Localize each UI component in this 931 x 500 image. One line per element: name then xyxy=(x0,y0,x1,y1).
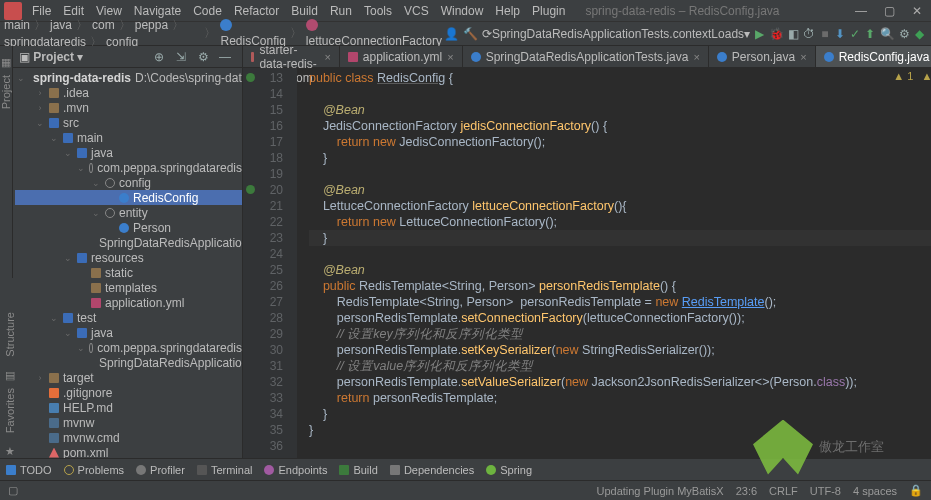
menu-edit[interactable]: Edit xyxy=(57,4,90,18)
tree-node[interactable]: pom.xml xyxy=(15,445,242,458)
tree-node[interactable]: ⌄entity xyxy=(15,205,242,220)
run-button[interactable]: ▶ xyxy=(754,25,765,43)
tree-node[interactable]: ⌄config xyxy=(15,175,242,190)
tree-node[interactable]: static xyxy=(15,265,242,280)
menu-view[interactable]: View xyxy=(90,4,128,18)
tab-close-icon[interactable]: × xyxy=(693,51,699,63)
structure-tool-icon[interactable]: ▤ xyxy=(5,369,15,382)
menu-tools[interactable]: Tools xyxy=(358,4,398,18)
menu-plugin[interactable]: Plugin xyxy=(526,4,571,18)
menu-file[interactable]: File xyxy=(26,4,57,18)
build-hammer-icon[interactable]: 🔨 xyxy=(463,25,478,43)
tool-windows-toggle-icon[interactable]: ▢ xyxy=(8,484,18,497)
favorites-tool-tab[interactable]: Favorites xyxy=(4,388,16,433)
inspection-banner[interactable]: ▲ 1 ▲ 2 ˆˇ xyxy=(893,70,931,82)
tree-node[interactable]: application.yml xyxy=(15,295,242,310)
tree-node[interactable]: Person xyxy=(15,220,242,235)
menu-run[interactable]: Run xyxy=(324,4,358,18)
tree-node[interactable]: ›.idea xyxy=(15,85,242,100)
tree-node[interactable]: ⌄java xyxy=(15,145,242,160)
tree-node[interactable]: SpringDataRedisApplication xyxy=(15,235,242,250)
tree-node[interactable]: ⌄src xyxy=(15,115,242,130)
tree-node[interactable]: ⌄main xyxy=(15,130,242,145)
toolwin-build[interactable]: Build xyxy=(339,464,377,476)
coverage-icon[interactable]: ◧ xyxy=(788,25,799,43)
menu-navigate[interactable]: Navigate xyxy=(128,4,187,18)
favorites-tool-icon[interactable]: ★ xyxy=(5,445,15,458)
git-commit-icon[interactable]: ✓ xyxy=(850,25,861,43)
menu-window[interactable]: Window xyxy=(435,4,490,18)
tree-node[interactable]: mvnw xyxy=(15,415,242,430)
tree-node[interactable]: ⌄resources xyxy=(15,250,242,265)
debug-button[interactable]: 🐞 xyxy=(769,25,784,43)
tree-node[interactable]: ⌄java xyxy=(15,325,242,340)
user-icon[interactable]: 👤 xyxy=(444,25,459,43)
ide-icon[interactable]: ◆ xyxy=(914,25,925,43)
tab-close-icon[interactable]: × xyxy=(324,51,330,63)
code-text[interactable]: public class RedisConfig { @Bean JedisCo… xyxy=(297,68,931,458)
breadcrumb-part[interactable]: com xyxy=(92,18,115,32)
settings-icon[interactable]: ⚙ xyxy=(194,48,212,66)
tree-node[interactable]: ⌄com.peppa.springdataredis xyxy=(15,160,242,175)
breadcrumb-class[interactable]: RedisConfig xyxy=(220,19,285,48)
tab-close-icon[interactable]: × xyxy=(447,51,453,63)
project-tree[interactable]: ⌄ spring-data-redis D:\Codes\spring-data… xyxy=(13,68,242,458)
tree-node[interactable]: ›target xyxy=(15,370,242,385)
toolwin-todo[interactable]: TODO xyxy=(6,464,52,476)
tree-node[interactable]: .gitignore xyxy=(15,385,242,400)
toolwin-problems[interactable]: Problems xyxy=(64,464,124,476)
tree-node[interactable]: RedisConfig xyxy=(15,190,242,205)
menu-code[interactable]: Code xyxy=(187,4,228,18)
editor-tab[interactable]: application.yml× xyxy=(340,46,463,67)
toolwin-terminal[interactable]: Terminal xyxy=(197,464,253,476)
tree-node[interactable]: ⌄com.peppa.springdataredis xyxy=(15,340,242,355)
tree-node[interactable]: HELP.md xyxy=(15,400,242,415)
editor-tab[interactable]: SpringDataRedisApplicationTests.java× xyxy=(463,46,709,67)
toolwin-spring[interactable]: Spring xyxy=(486,464,532,476)
tree-root[interactable]: ⌄ spring-data-redis D:\Codes\spring-data… xyxy=(15,70,242,85)
select-opened-icon[interactable]: ⊕ xyxy=(150,48,168,66)
stop-button[interactable]: ■ xyxy=(819,25,830,43)
minimize-button[interactable]: — xyxy=(847,4,875,18)
line-numbers[interactable]: 1314151617181920212223242526272829303132… xyxy=(243,68,297,458)
status-caret[interactable]: 23:6 xyxy=(736,485,757,497)
toolwin-profiler[interactable]: Profiler xyxy=(136,464,185,476)
breadcrumb-part[interactable]: java xyxy=(50,18,72,32)
tab-close-icon[interactable]: × xyxy=(800,51,806,63)
tree-node[interactable]: ⌄test xyxy=(15,310,242,325)
search-icon[interactable]: 🔍 xyxy=(880,25,895,43)
run-config-selector[interactable]: ⟳ SpringDataRedisApplicationTests.contex… xyxy=(482,25,750,43)
profiler-icon[interactable]: ⏱ xyxy=(803,25,815,43)
project-tool-icon[interactable]: ▦ xyxy=(1,56,11,69)
menu-help[interactable]: Help xyxy=(489,4,526,18)
tree-node[interactable]: SpringDataRedisApplicationTest xyxy=(15,355,242,370)
toolwin-dependencies[interactable]: Dependencies xyxy=(390,464,474,476)
close-button[interactable]: ✕ xyxy=(903,4,931,18)
menu-vcs[interactable]: VCS xyxy=(398,4,435,18)
breadcrumb-part[interactable]: main xyxy=(4,18,30,32)
project-view-selector[interactable]: ▣ Project ▾ xyxy=(19,50,83,64)
breadcrumb-method[interactable]: lettuceConnectionFactory xyxy=(306,19,442,48)
tree-node[interactable]: ›.mvn xyxy=(15,100,242,115)
code-editor[interactable]: ▲ 1 ▲ 2 ˆˇ 13141516171819202122232425262… xyxy=(243,68,931,458)
toolwin-endpoints[interactable]: Endpoints xyxy=(264,464,327,476)
settings-row-icon[interactable]: ⚙ xyxy=(899,25,910,43)
maximize-button[interactable]: ▢ xyxy=(875,4,903,18)
project-tool-tab[interactable]: Project xyxy=(0,75,12,109)
expand-all-icon[interactable]: ⇲ xyxy=(172,48,190,66)
hide-icon[interactable]: — xyxy=(216,48,234,66)
status-lock-icon[interactable]: 🔒 xyxy=(909,484,923,497)
tree-node[interactable]: templates xyxy=(15,280,242,295)
tree-node[interactable]: mvnw.cmd xyxy=(15,430,242,445)
git-push-icon[interactable]: ⬆ xyxy=(865,25,876,43)
status-eol[interactable]: CRLF xyxy=(769,485,798,497)
menu-refactor[interactable]: Refactor xyxy=(228,4,285,18)
status-encoding[interactable]: UTF-8 xyxy=(810,485,841,497)
editor-tab[interactable]: Person.java× xyxy=(709,46,816,67)
structure-tool-tab[interactable]: Structure xyxy=(4,312,16,357)
editor-tab[interactable]: RedisConfig.java× xyxy=(816,46,931,67)
menu-build[interactable]: Build xyxy=(285,4,324,18)
status-indent[interactable]: 4 spaces xyxy=(853,485,897,497)
editor-tab[interactable]: boot-starter-data-redis-2.5.7.pom× xyxy=(243,46,340,67)
breadcrumb-part[interactable]: peppa xyxy=(135,18,168,32)
